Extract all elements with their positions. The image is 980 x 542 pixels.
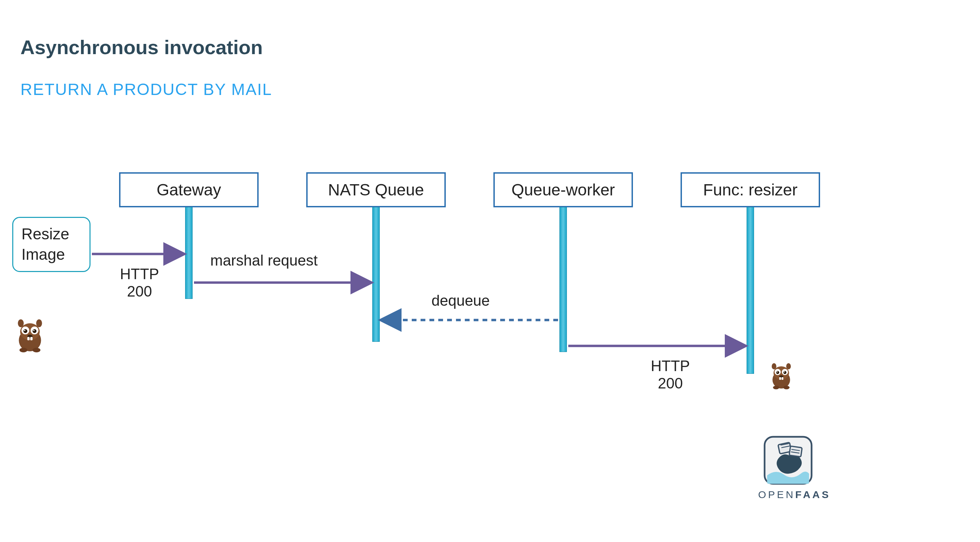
svg-point-5 — [33, 329, 37, 333]
svg-point-6 — [24, 330, 25, 331]
svg-point-22 — [784, 371, 785, 373]
svg-point-12 — [36, 319, 42, 327]
label-marshal-request: marshal request — [210, 252, 318, 269]
svg-point-4 — [24, 329, 27, 333]
openfaas-logo-icon — [763, 435, 813, 486]
svg-point-19 — [776, 371, 779, 374]
mascot-icon-right — [768, 361, 794, 391]
svg-point-11 — [18, 319, 24, 327]
svg-point-27 — [786, 363, 791, 370]
svg-rect-9 — [27, 337, 30, 340]
svg-point-20 — [783, 371, 786, 374]
svg-point-29 — [783, 386, 789, 389]
svg-point-13 — [19, 348, 27, 352]
label-http-200-actor-text: HTTP200 — [120, 266, 159, 300]
svg-rect-24 — [779, 377, 781, 380]
svg-point-28 — [773, 386, 779, 389]
svg-rect-10 — [30, 337, 33, 340]
svg-point-21 — [776, 371, 778, 373]
mascot-icon-left — [14, 317, 46, 354]
svg-point-26 — [772, 363, 776, 370]
label-http-200-actor: HTTP200 — [112, 266, 167, 300]
svg-rect-25 — [782, 377, 783, 380]
label-http-200-resizer: HTTP200 — [636, 357, 705, 392]
openfaas-logo: OPENFAAS — [758, 435, 818, 501]
label-dequeue: dequeue — [431, 292, 490, 309]
svg-rect-32 — [789, 446, 802, 457]
svg-point-14 — [33, 348, 40, 352]
svg-point-7 — [33, 330, 35, 331]
label-http-200-resizer-text: HTTP200 — [651, 357, 690, 392]
